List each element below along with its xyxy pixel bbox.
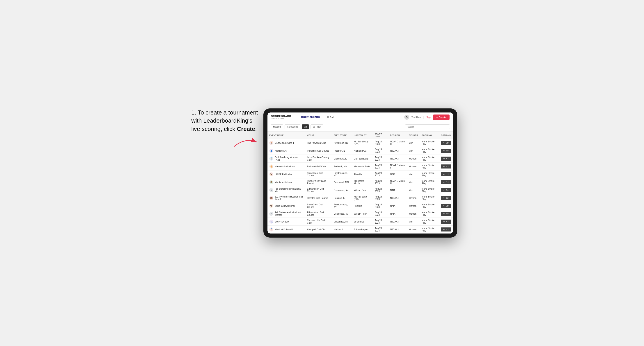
- cell-division: NJCAA I: [388, 155, 407, 163]
- edit-button[interactable]: ✏ Edit: [441, 141, 451, 145]
- edit-button[interactable]: ✏ Edit: [441, 165, 451, 169]
- edit-button[interactable]: ✏ Edit: [441, 172, 451, 176]
- signin-link[interactable]: Sign: [426, 116, 431, 119]
- edit-button[interactable]: ✏ Edit: [441, 220, 451, 224]
- team-icon: 🦅: [269, 172, 273, 176]
- competing-filter-button[interactable]: Competing: [284, 124, 300, 129]
- event-name-text: Carl Sandburg Women FA23: [275, 156, 304, 161]
- user-label: Test User: [412, 116, 421, 119]
- cell-city-state: Newburgh, NY: [332, 139, 352, 147]
- edit-button[interactable]: ✏ Edit: [441, 212, 451, 216]
- cell-venue: Ruttger's Bay Lake Resort: [305, 178, 332, 186]
- cell-actions: ✏ Edit: [439, 171, 453, 178]
- cell-gender: Men: [407, 218, 420, 226]
- event-name-text: Fall Statesmen Invitational - Men: [275, 188, 304, 192]
- settings-icon[interactable]: ⚙: [404, 115, 409, 120]
- edit-icon: ✏: [443, 213, 445, 215]
- nav-bar: SCOREBOARD Powered by clippit TOURNAMENT…: [268, 113, 453, 122]
- cell-scoring: team, Stroke Play: [420, 202, 439, 210]
- edit-button[interactable]: ✏ Edit: [441, 204, 451, 208]
- event-name-text: 2023 Women's Hesston Fall Kickoff: [275, 195, 304, 200]
- cell-city-state: Vincennes, IN: [332, 218, 352, 226]
- cell-venue: Edmundson Golf Course: [305, 210, 332, 218]
- cell-gender: Men: [407, 147, 420, 155]
- event-name-text: Morris Invitational: [275, 181, 292, 183]
- logo-text: SCOREBOARD: [271, 115, 291, 117]
- cell-city-state: Freeport, IL: [332, 147, 352, 155]
- edit-label: Edit: [446, 142, 449, 144]
- cell-gender: Women: [407, 155, 420, 163]
- all-filter-button[interactable]: All: [302, 124, 309, 129]
- col-scoring: SCORING: [420, 132, 439, 139]
- cell-hosted-by: Mt. Saint Mary (NY): [352, 139, 373, 147]
- cell-hosted-by: Murray State (OK): [352, 194, 373, 202]
- cell-scoring: team, Stroke Play: [420, 163, 439, 171]
- cell-hosted-by: William Penn: [352, 210, 373, 218]
- logo-sub: Powered by clippit: [271, 117, 284, 119]
- edit-icon: ✏: [443, 181, 445, 183]
- cell-division: NJCAA II: [388, 194, 407, 202]
- create-button[interactable]: + Create: [433, 115, 450, 120]
- cell-actions: ✏ Edit: [439, 163, 453, 171]
- cell-actions: ✏ Edit: [439, 155, 453, 163]
- table-row: 🐴 Maverick Invitational Faribault Golf C…: [268, 163, 453, 171]
- page-wrapper: 1. To create a tournament with Leaderboa…: [164, 108, 480, 238]
- edit-icon: ✏: [443, 197, 445, 199]
- cell-scoring: team, Stroke Play: [420, 155, 439, 163]
- cell-city-state: Galesburg, IL: [332, 155, 352, 163]
- filter-label: Filter: [316, 126, 321, 128]
- edit-button[interactable]: ✏ Edit: [441, 196, 451, 200]
- col-city-state: CITY, STATE: [332, 132, 352, 139]
- event-name-text: UPIKE Fall Invite: [275, 173, 292, 176]
- hosting-filter-button[interactable]: Hosting: [270, 124, 283, 129]
- cell-gender: Women: [407, 194, 420, 202]
- cell-city-state: Oskaloosa, IA: [332, 186, 352, 194]
- cell-division: NJCAA I: [388, 226, 407, 233]
- cell-actions: ✏ Edit: [439, 218, 453, 226]
- cell-start-date: Aug 25, 2023: [373, 147, 388, 155]
- cell-venue: Park Hills Golf Course: [305, 147, 332, 155]
- create-plus-icon: +: [436, 116, 438, 119]
- edit-button[interactable]: ✏ Edit: [441, 157, 451, 161]
- cell-venue: Hesston Golf Course: [305, 194, 332, 202]
- cell-hosted-by: William Penn: [352, 186, 373, 194]
- cell-event-name: 🏌 Klash at Kokopelli: [268, 226, 305, 233]
- edit-button[interactable]: ✏ Edit: [441, 188, 451, 192]
- cell-gender: Women: [407, 202, 420, 210]
- cell-hosted-by: Minnesota-Morris: [352, 178, 373, 186]
- cell-event-name: 👤 Highland 36: [268, 147, 305, 155]
- cell-venue: StoneCrest Golf Course: [305, 171, 332, 178]
- tab-teams[interactable]: TEAMS: [324, 114, 338, 120]
- edit-button[interactable]: ✏ Edit: [441, 149, 451, 153]
- edit-button[interactable]: ✏ Edit: [441, 227, 451, 231]
- cell-event-name: 🐴 Maverick Invitational: [268, 163, 305, 171]
- cell-hosted-by: Minnesota State: [352, 163, 373, 171]
- cell-division: NAIA: [388, 202, 407, 210]
- event-name-text: Klash at Kokopelli: [275, 228, 293, 231]
- table-row: 🦁 Morris Invitational Ruttger's Bay Lake…: [268, 178, 453, 186]
- edit-button[interactable]: ✏ Edit: [441, 180, 451, 184]
- filter-button[interactable]: ⊟ Filter: [310, 124, 323, 129]
- col-start-date: START DATE: [373, 132, 388, 139]
- cell-venue: Edmundson Golf Course: [305, 186, 332, 194]
- table-row: 🐾 VU PREVIEW Cypress Hills Golf Club Vin…: [268, 218, 453, 226]
- event-name-text: Highland 36: [275, 150, 286, 152]
- cell-start-date: Aug 28, 2023: [373, 163, 388, 171]
- edit-icon: ✏: [443, 205, 445, 207]
- cell-gender: Men: [407, 186, 420, 194]
- nav-separator: |: [423, 115, 424, 119]
- tab-tournaments[interactable]: TOURNAMENTS: [298, 114, 322, 120]
- cell-start-date: Aug 28, 2023: [373, 178, 388, 186]
- logo-area: SCOREBOARD Powered by clippit: [271, 115, 291, 119]
- cell-start-date: Aug 28, 2023: [373, 171, 388, 178]
- search-input[interactable]: [405, 124, 450, 129]
- filter-icon: ⊟: [313, 126, 315, 128]
- cell-event-name: 🦅 UPIKE Fall Invite: [268, 171, 305, 178]
- cell-hosted-by: Highland CC: [352, 147, 373, 155]
- cell-hosted-by: Vincennes: [352, 218, 373, 226]
- cell-start-date: Aug 28, 2023: [373, 226, 388, 233]
- edit-icon: ✏: [443, 189, 445, 191]
- col-division: DIVISION: [388, 132, 407, 139]
- cell-gender: Women: [407, 163, 420, 171]
- cell-venue: Cypress Hills Golf Club: [305, 218, 332, 226]
